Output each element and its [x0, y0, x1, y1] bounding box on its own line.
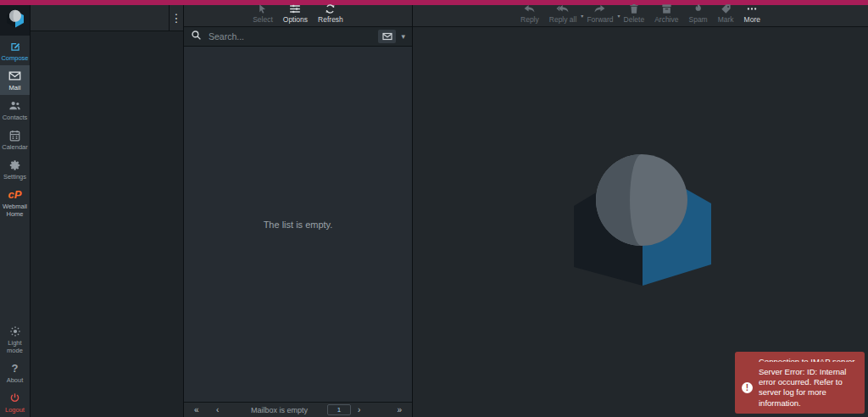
search-input[interactable] — [207, 31, 373, 42]
error-exclamation-icon: ! — [742, 382, 753, 393]
sidebar-item-label: Light mode — [1, 339, 30, 354]
tag-icon — [721, 3, 732, 14]
toolbar-button-label: Forward — [587, 15, 613, 24]
message-list-panel: Select Options — [184, 5, 413, 417]
message-list-empty-area[interactable]: The list is empty. — [184, 47, 412, 402]
toolbar-button-label: Delete — [624, 15, 645, 24]
sidebar-item-label: Logout — [5, 406, 25, 414]
sidebar-item-label: Mail — [9, 84, 21, 92]
reply-button[interactable]: Reply — [515, 5, 544, 26]
message-list-toolbar: Select Options — [184, 5, 412, 26]
toolbar-button-label: Reply all — [549, 15, 577, 24]
roundcube-logo-icon — [5, 8, 25, 32]
roundcube-watermark-logo — [572, 153, 711, 291]
toolbar-button-label: Select — [253, 15, 273, 24]
mark-button[interactable]: Mark — [713, 5, 739, 26]
spam-button[interactable]: Spam — [683, 5, 712, 26]
sidebar-item-logout[interactable]: Logout — [0, 387, 30, 417]
archive-button[interactable]: Archive — [649, 5, 683, 26]
message-toolbar: Reply Reply all ▾ — [413, 5, 868, 27]
options-button[interactable]: Options — [278, 5, 313, 26]
last-page-button[interactable]: » — [380, 405, 402, 414]
folder-actions-kebab-icon[interactable]: ⋮ — [169, 5, 183, 31]
task-sidebar: Compose Mail — [0, 5, 31, 417]
content-panel: Reply Reply all ▾ — [413, 5, 868, 417]
toolbar-button-label: Options — [283, 15, 308, 24]
sidebar-item-light-mode[interactable]: Light mode — [0, 320, 30, 358]
delete-button[interactable]: Delete — [619, 5, 650, 26]
mail-icon — [8, 70, 21, 82]
more-button[interactable]: More — [739, 5, 765, 26]
sidebar-item-mail[interactable]: Mail — [0, 65, 30, 95]
search-bar: ▾ — [184, 26, 412, 47]
calendar-icon — [9, 129, 20, 142]
forward-button[interactable]: Forward ▾ — [581, 5, 618, 26]
search-scope-mail-button[interactable] — [378, 30, 396, 43]
sidebar-item-webmail-home[interactable]: cP Webmail Home — [0, 184, 30, 221]
reply-all-button[interactable]: Reply all ▾ — [544, 5, 582, 26]
first-page-button[interactable]: « — [194, 405, 216, 414]
sidebar-item-label: Webmail Home — [1, 203, 30, 218]
forward-icon — [593, 4, 606, 14]
sidebar-item-label: About — [7, 376, 24, 384]
sidebar-item-label: Contacts — [3, 114, 28, 121]
sidebar-item-contacts[interactable]: Contacts — [0, 95, 30, 125]
contacts-icon — [8, 99, 21, 112]
select-button[interactable]: Select — [248, 5, 278, 26]
sun-icon — [9, 325, 21, 337]
trash-icon — [629, 3, 639, 14]
toolbar-button-label: More — [744, 15, 760, 24]
power-icon — [9, 392, 20, 404]
message-preview-area: ! Connection to IMAP server failed. ! Se… — [413, 27, 868, 417]
roundcube-logo[interactable] — [0, 5, 30, 36]
folder-list-empty-area[interactable] — [31, 31, 183, 417]
sliders-icon — [289, 3, 301, 14]
toolbar-button-label: Spam — [688, 15, 707, 24]
toolbar-button-label: Archive — [654, 15, 678, 24]
question-icon: ? — [12, 362, 19, 375]
cursor-select-icon — [257, 3, 268, 14]
mailbox-status-text: Mailbox is empty — [238, 406, 320, 414]
archive-icon — [661, 3, 672, 14]
sidebar-item-compose[interactable]: Compose — [0, 36, 30, 65]
ellipsis-icon — [746, 3, 758, 14]
folder-list-panel: ⋮ — [31, 5, 184, 417]
sidebar-item-label: Compose — [1, 54, 28, 62]
folder-panel-toolbar: ⋮ — [31, 5, 183, 31]
search-options-chevron-down-icon[interactable]: ▾ — [401, 32, 405, 41]
sidebar-item-about[interactable]: ? About — [0, 358, 30, 387]
error-toast[interactable]: ! Server Error: ID: Internal error occur… — [735, 362, 865, 414]
gear-icon — [9, 158, 21, 171]
sidebar-item-settings[interactable]: Settings — [0, 154, 30, 184]
toolbar-button-label: Refresh — [318, 15, 343, 24]
toast-message: Server Error: ID: Internal error occurre… — [759, 367, 858, 409]
reply-all-icon — [556, 4, 570, 14]
sidebar-item-label: Calendar — [2, 143, 27, 151]
sidebar-item-label: Settings — [3, 173, 26, 181]
refresh-icon — [325, 3, 336, 14]
search-icon — [191, 29, 202, 44]
sidebar-item-calendar[interactable]: Calendar — [0, 125, 30, 154]
pagination-bar: « ‹ Mailbox is empty 1 › » — [184, 402, 412, 417]
flame-icon — [693, 3, 704, 14]
reply-icon — [523, 4, 536, 14]
next-page-button[interactable]: › — [358, 405, 380, 414]
webmail-window: Compose Mail — [0, 0, 868, 417]
prev-page-button[interactable]: ‹ — [216, 405, 238, 414]
empty-list-text: The list is empty. — [264, 220, 333, 230]
toolbar-button-label: Reply — [520, 15, 539, 24]
refresh-button[interactable]: Refresh — [313, 5, 348, 26]
cpanel-icon: cP — [8, 188, 22, 201]
page-number-input[interactable]: 1 — [327, 404, 351, 415]
envelope-icon — [382, 31, 392, 43]
compose-icon — [9, 40, 21, 53]
toolbar-button-label: Mark — [718, 15, 734, 24]
